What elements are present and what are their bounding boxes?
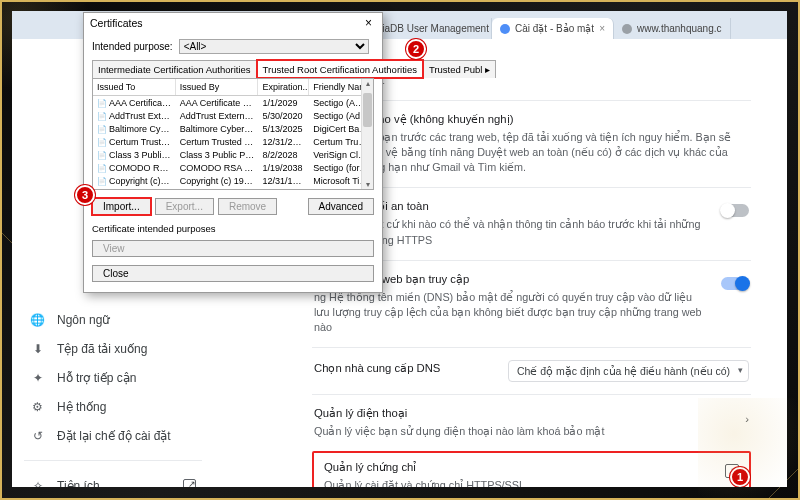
table-cell: Certum Trusted Ne... <box>93 135 176 148</box>
table-cell: 8/2/2028 <box>258 148 309 161</box>
annotation-badge-1: 1 <box>730 467 750 487</box>
favicon-icon <box>500 24 510 34</box>
table-cell: 1/1/2029 <box>258 96 309 109</box>
annotation-badge-2: 2 <box>406 39 426 59</box>
table-row[interactable]: Class 3 Public Primary...Class 3 Public … <box>93 148 373 161</box>
table-cell: Default Company Ltd <box>176 187 259 190</box>
table-cell: 1/19/2038 <box>258 161 309 174</box>
browser-tab[interactable]: Cài đặt - Bảo mật× <box>492 18 614 39</box>
browser-tab[interactable]: www.thanhquang.c <box>614 18 731 39</box>
tab-intermediate-ca[interactable]: Intermediate Certification Authorities <box>92 60 257 78</box>
setting-title: Quản lý chứng chỉ <box>324 461 711 474</box>
col-issued-to[interactable]: Issued To <box>93 79 176 95</box>
sidebar-item-label: Hỗ trợ tiếp cận <box>57 371 136 385</box>
download-icon: ⬇ <box>30 341 45 356</box>
table-cell: AddTrust External CA... <box>93 109 176 122</box>
dialog-close-button[interactable]: × <box>361 16 376 30</box>
sidebar-item-system[interactable]: ⚙Hệ thống <box>24 392 212 421</box>
https-toggle[interactable] <box>721 204 749 217</box>
setting-title: Quản lý điện thoại <box>314 407 731 420</box>
extensions-icon: ✧ <box>30 478 45 487</box>
table-cell: Default Company Ltd <box>93 187 176 190</box>
import-button[interactable]: Import... 3 <box>92 198 151 215</box>
close-icon[interactable]: × <box>599 23 605 34</box>
sidebar-item-label: Tệp đã tải xuống <box>57 342 147 356</box>
table-row[interactable]: AddTrust External CA...AddTrust External… <box>93 109 373 122</box>
table-cell: 5/30/2020 <box>258 109 309 122</box>
open-external-icon <box>183 479 196 487</box>
sidebar-item-label: Đặt lại chế độ cài đặt <box>57 429 171 443</box>
advanced-button[interactable]: Advanced <box>308 198 374 215</box>
export-button[interactable]: Export... <box>155 198 214 215</box>
table-row[interactable]: Default Company LtdDefault Company Ltd1/… <box>93 187 373 190</box>
sidebar-item-extensions[interactable]: ✧Tiện ích <box>24 471 212 487</box>
table-cell: AAA Certificate Servi... <box>93 96 176 109</box>
table-cell: 1/22/2034 <box>258 187 309 190</box>
table-row[interactable]: Baltimore CyberTru...Baltimore CyberTru.… <box>93 122 373 135</box>
table-cell: COMODO RSA Certific... <box>176 161 259 174</box>
sidebar-item-accessibility[interactable]: ✦Hỗ trợ tiếp cận <box>24 363 212 392</box>
system-icon: ⚙ <box>30 399 45 414</box>
col-issued-by[interactable]: Issued By <box>176 79 259 95</box>
table-row[interactable]: Certum Trusted Ne...Certum Trusted Netw.… <box>93 135 373 148</box>
accessibility-icon: ✦ <box>30 370 45 385</box>
close-button[interactable]: Close <box>92 265 374 282</box>
table-cell: Baltimore CyberTru... <box>176 122 259 135</box>
table-cell: AAA Certificate Services <box>176 96 259 109</box>
setting-description: Quản lý cài đặt và chứng chỉ HTTPS/SSL <box>324 478 711 487</box>
table-cell: Class 3 Public Primary... <box>93 148 176 161</box>
table-cell: 12/31/2029 <box>258 135 309 148</box>
table-row[interactable]: COMODO RSA Certific...COMODO RSA Certifi… <box>93 161 373 174</box>
setting-description: Quản lý việc bạn sử dụng điện thoại nào … <box>314 424 731 439</box>
intended-purpose-select[interactable]: <All> <box>179 39 369 54</box>
open-external-icon <box>725 464 739 478</box>
dns-provider-select[interactable]: Chế độ mặc định của hệ điều hành (nếu có… <box>508 360 749 382</box>
cert-tab-strip: Intermediate Certification Authorities T… <box>92 60 374 78</box>
globe-icon: 🌐 <box>30 312 45 327</box>
sidebar-item-label: Ngôn ngữ <box>57 313 110 327</box>
sidebar-item-reset[interactable]: ↺Đặt lại chế độ cài đặt <box>24 421 212 450</box>
chevron-right-icon: › <box>745 413 749 425</box>
tab-trusted-publishers[interactable]: Trusted Publ ▸ <box>423 60 496 78</box>
favicon-icon <box>622 24 632 34</box>
table-cell: 12/31/1999 <box>258 174 309 187</box>
table-cell: AddTrust External CA... <box>176 109 259 122</box>
certificate-list[interactable]: Issued To Issued By Expiration... Friend… <box>92 78 374 190</box>
table-cell: Baltimore CyberTru... <box>93 122 176 135</box>
scrollbar[interactable] <box>361 79 373 189</box>
table-cell: Class 3 Public Primary... <box>176 148 259 161</box>
tab-trusted-root-ca[interactable]: Trusted Root Certification Authorities 2 <box>257 60 423 78</box>
certificates-dialog: Certificates × Intended purpose: <All> I… <box>83 12 383 293</box>
table-row[interactable]: Copyright (c) 1997 ...Copyright (c) 1997… <box>93 174 373 187</box>
table-cell: COMODO RSA Certific... <box>93 161 176 174</box>
annotation-badge-3: 3 <box>75 185 95 205</box>
reset-icon: ↺ <box>30 428 45 443</box>
table-row[interactable]: AAA Certificate Servi...AAA Certificate … <box>93 96 373 109</box>
dialog-title: Certificates <box>90 17 143 29</box>
table-cell: Certum Trusted Netw... <box>176 135 259 148</box>
view-button[interactable]: View <box>92 240 374 257</box>
sidebar-item-language[interactable]: 🌐Ngôn ngữ <box>24 305 212 334</box>
sidebar-item-label: Hệ thống <box>57 400 106 414</box>
cert-purposes-label: Certificate intended purposes <box>92 223 374 234</box>
setting-description: ng Hệ thống tên miền (DNS) bảo mật để ng… <box>314 290 707 335</box>
table-cell: Copyright (c) 1997 M... <box>176 174 259 187</box>
manage-certificates-row[interactable]: Quản lý chứng chỉQuản lý cài đặt và chứn… <box>312 451 751 487</box>
secure-dns-toggle[interactable] <box>721 277 749 290</box>
table-cell: Copyright (c) 1997 ... <box>93 174 176 187</box>
remove-button[interactable]: Remove <box>218 198 277 215</box>
table-cell: 5/13/2025 <box>258 122 309 135</box>
intended-purpose-label: Intended purpose: <box>92 41 173 52</box>
sidebar-item-label: Tiện ích <box>57 479 100 488</box>
scrollbar-thumb[interactable] <box>363 93 372 127</box>
sidebar-item-downloads[interactable]: ⬇Tệp đã tải xuống <box>24 334 212 363</box>
dns-provider-label: Chọn nhà cung cấp DNS <box>314 362 494 375</box>
col-expiration[interactable]: Expiration... <box>258 79 309 95</box>
